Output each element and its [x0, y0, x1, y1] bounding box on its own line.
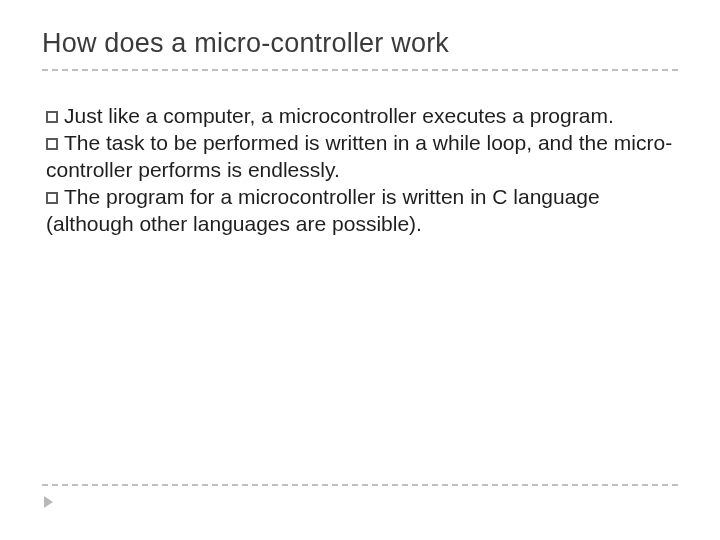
- slide-footer: [42, 484, 678, 512]
- slide-title: How does a micro-controller work: [42, 28, 678, 69]
- bullet-text: The task to be performed is written in a…: [46, 131, 672, 181]
- slide-content: Just like a computer, a microcontroller …: [42, 71, 678, 237]
- square-bullet-icon: [46, 138, 58, 150]
- bullet-text: Just like a computer, a microcontroller …: [64, 104, 614, 127]
- slide: How does a micro-controller work Just li…: [0, 0, 720, 540]
- square-bullet-icon: [46, 111, 58, 123]
- arrow-right-icon: [44, 496, 53, 508]
- title-block: How does a micro-controller work: [42, 28, 678, 71]
- footer-divider: [42, 484, 678, 486]
- square-bullet-icon: [46, 192, 58, 204]
- bullet-text: The program for a microcontroller is wri…: [46, 185, 600, 235]
